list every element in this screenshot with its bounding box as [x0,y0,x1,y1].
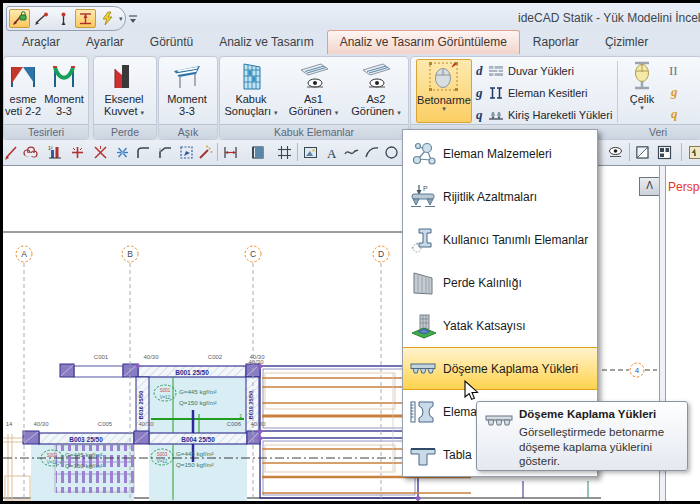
select-lock-button[interactable] [9,9,30,28]
steel-q-item[interactable]: q [671,106,678,122]
tab-analiz-ve-tasarim[interactable]: Analiz ve Tasarım [206,31,326,54]
dim-label: 40/30 [138,421,154,427]
duvar-yukleri-item[interactable]: d Duvar Yükleri [476,60,618,81]
snap-point-button[interactable] [31,9,52,28]
toolbar-visibility-button[interactable] [607,144,624,161]
menu-item-doseme-kaplama-yukleri[interactable]: Döşeme Kaplama Yükleri [403,347,597,390]
kiris-hareketli-yukleri-item[interactable]: q Kiriş Hareketli Yükleri [476,104,618,125]
steel-g-item[interactable]: g [671,84,678,100]
kesme-kuvveti-2-2-button[interactable]: esme veti 2-2 [4,59,42,117]
toolbar-dimension-button[interactable] [222,144,239,161]
kabuk-sonuclari-button[interactable]: Kabuk Sonuçları ▾ [220,59,282,117]
svg-text:P: P [423,185,428,192]
tab-araclar[interactable]: Araçlar [9,31,73,54]
steel-section-letters[interactable]: II [669,63,678,79]
menu-item-label: Elema [443,405,477,419]
quick-run-dropdown-arrow-icon[interactable]: ▾ [119,16,123,22]
awning-icon [171,59,203,93]
celik-button[interactable]: Çelik ▾ [621,59,663,111]
quick-run-button[interactable] [97,9,118,28]
pan-up-button[interactable]: Λ [639,177,660,196]
as1-gorunen-button[interactable]: As1 Görünen ▾ [282,59,345,117]
toolbar-mesh-button[interactable] [276,144,293,161]
toolbar-up-level-button[interactable] [687,144,700,161]
tab-raporlar[interactable]: Raporlar [520,31,592,54]
pen-icon [4,144,21,161]
ribbon-group-kabuk-elemanlar: Kabuk Sonuçları ▾ As1 Görünen ▾ [219,56,409,140]
image-icon [302,144,319,161]
fillet-corner-icon [135,144,152,161]
group-caption: Perde [94,124,156,139]
betonarme-button[interactable]: Betonarme ▾ [416,59,472,123]
button-label: Görünen ▾ [351,105,400,117]
toolbar-separator [297,143,298,161]
eksenel-kuvvet-button[interactable]: Eksenel Kuvvet ▾ [96,59,152,117]
tab-cizimler[interactable]: Çizimler [592,31,661,54]
moving-load-icon [488,108,504,122]
dropdown-arrow-icon: ▾ [335,109,339,116]
dropdown-arrow-icon: ▾ [640,105,644,111]
button-label: As1 [304,93,323,105]
shear-diagram-icon [8,59,38,93]
window-title: ideCAD Statik - Yük Modelini İncele [518,11,700,25]
toolbar-chamfer-button[interactable] [157,144,174,161]
toolbar-revision-cloud-button[interactable] [22,144,39,161]
toolbar-new-window-button[interactable] [634,144,651,161]
qat-more-icon [127,13,139,25]
slab-v: V=12 [160,395,171,400]
subgrade-icon [403,312,443,340]
snap-point-vertical-icon [56,11,71,26]
axis-bubble-label: D [378,249,384,259]
menu-item-kullanici-tanimli-elemanlar[interactable]: Kullanıcı Tanımlı Elemanlar [403,218,597,261]
toolbar-book-button[interactable] [250,144,267,161]
toolbar-snap-x-button[interactable] [92,144,109,161]
toolbar-circle-button[interactable] [383,144,400,161]
ribbon-group-asik: Moment 3-3 Aşık [158,56,218,140]
toolbar-snap-star-button[interactable] [114,144,131,161]
toolbar-polyline-button[interactable] [343,144,360,161]
toolbar-image-button[interactable] [302,144,319,161]
moment-3-3-asik-button[interactable]: Moment 3-3 [161,59,213,117]
title-bar: ▾ ideCAD Statik - Yük Modelini İncele [3,3,700,31]
pointer-lock-icon [12,11,27,26]
toolbar-arc-button[interactable] [363,144,380,161]
menu-item-eleman-malzemeleri[interactable]: Eleman Malzemeleri [403,132,597,175]
menu-item-rijitlik-azaltmalari[interactable]: P Rijitlik Azaltmaları [403,175,597,218]
axis-bubble-label: C [250,249,256,259]
dropdown-arrow-icon: ▾ [141,109,145,116]
toolbar-magic-wand-button[interactable] [197,144,214,161]
toolbar-snap-cross-button[interactable] [69,144,86,161]
stat-chart-icon: 1² [46,144,63,161]
as2-gorunen-button[interactable]: As2 Görünen ▾ [345,59,407,117]
menu-item-yatak-katsayisi[interactable]: Yatak Katsayısı [403,304,597,347]
toolbar-text-button[interactable]: A [323,144,340,161]
slab-q-load: Q=150 kgf/m² [179,399,217,406]
toolbar-stat-chart-button[interactable]: 1² [46,144,63,161]
dimension-button[interactable] [75,9,96,28]
eleman-kesitleri-item[interactable]: g Eleman Kesitleri [476,82,618,103]
column-label: C002 [208,354,223,360]
dropdown-arrow-icon: ▾ [397,109,401,116]
menu-item-label: Perde Kalınlığı [443,276,522,290]
select-rect-icon [178,144,195,161]
toolbar-tile-windows-button[interactable] [656,144,673,161]
ribbon: esme veti 2-2 Moment 3-3 Tesirleri [3,54,700,141]
mouse-cursor [464,380,480,402]
customize-qat-button[interactable] [127,11,139,29]
toolbar-select-rect-button[interactable] [178,144,195,161]
menu-item-perde-kalinligi[interactable]: Perde Kalınlığı [403,261,597,304]
item-label: Eleman Kesitleri [508,87,587,99]
toolbar-fillet-button[interactable] [135,144,152,161]
tab-ayarlar[interactable]: Ayarlar [73,31,137,54]
toolbar-pen-button[interactable] [4,144,21,161]
moment-3-3-button[interactable]: Moment 3-3 [42,59,86,117]
dimension-lines-icon [222,144,239,161]
slab-id: S002 [47,453,58,458]
beam-label: B016 25/50 [138,391,144,419]
tooltip: Döşeme Kaplama Yükleri Görselleştirmede … [476,401,688,471]
column-label: C005 [98,421,113,427]
button-label: esme [10,93,37,105]
tab-analiz-ve-tasarim-goruntuleme[interactable]: Analiz ve Tasarım Görüntüleme [327,30,520,54]
tab-goruntu[interactable]: Görüntü [137,31,206,54]
snap-point-vertical-button[interactable] [53,9,74,28]
